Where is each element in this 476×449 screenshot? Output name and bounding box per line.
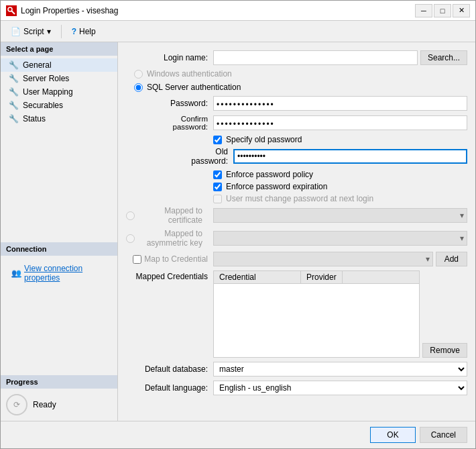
view-connection-link[interactable]: 👥 View connection properties: [6, 261, 112, 285]
mapped-cert-combo[interactable]: ▾: [213, 208, 467, 223]
enforce-policy-checkbox[interactable]: [213, 170, 222, 179]
specify-old-password-row: Specify old password: [126, 135, 467, 144]
cancel-button[interactable]: Cancel: [420, 427, 467, 443]
map-credential-checkbox[interactable]: [133, 255, 141, 264]
map-credential-row: Map to Credential ▾ Add: [126, 252, 467, 266]
enforce-expiration-checkbox[interactable]: [213, 183, 222, 191]
default-language-select[interactable]: English - us_english: [213, 381, 467, 395]
toolbar: 📄 Script ▾ ? Help: [1, 21, 475, 42]
select-page-header: Select a page: [1, 42, 117, 56]
user-must-change-label: User must change password at next login: [226, 194, 373, 203]
script-icon: 📄: [11, 27, 21, 36]
script-button[interactable]: 📄 Script ▾: [6, 24, 56, 39]
sidebar-item-securables[interactable]: 🔧 Securables: [1, 99, 117, 112]
connection-content: 👥 View connection properties: [1, 256, 117, 375]
status-icon: 🔧: [9, 114, 19, 123]
password-row: Password: ••••••••••••••: [126, 96, 467, 111]
minimize-button[interactable]: ─: [415, 4, 432, 17]
sidebar-item-securables-label: Securables: [23, 101, 63, 110]
app-icon: [6, 5, 17, 16]
mapped-cert-radio[interactable]: [126, 211, 135, 220]
map-credential-label: Map to Credential: [144, 254, 208, 264]
progress-spinner-icon: ⟳: [6, 394, 27, 415]
help-button[interactable]: ? Help: [67, 24, 101, 39]
sidebar-item-general[interactable]: 🔧 General: [1, 58, 117, 72]
confirm-password-display: ••••••••••••••: [213, 115, 467, 130]
confirm-password-label: Confirm password:: [153, 115, 213, 131]
credential-col-header: Credential: [214, 271, 301, 283]
mapped-asym-radio[interactable]: [126, 234, 135, 243]
old-password-row: Old password:: [126, 147, 467, 166]
content-area: Select a page 🔧 General 🔧 Server Roles 🔧…: [1, 42, 475, 421]
sidebar-item-user-mapping[interactable]: 🔧 User Mapping: [1, 85, 117, 99]
confirm-password-row: Confirm password: ••••••••••••••: [126, 115, 467, 131]
progress-content: ⟳ Ready: [1, 389, 117, 421]
windows-auth-radio[interactable]: [134, 70, 143, 79]
sidebar-item-general-label: General: [23, 60, 52, 70]
old-password-input[interactable]: [233, 149, 467, 164]
default-database-label: Default database:: [126, 364, 213, 374]
enforce-expiration-row: Enforce password expiration: [126, 182, 467, 191]
mapped-asym-row: Mapped to asymmetric key ▾: [126, 229, 467, 248]
svg-line-1: [11, 11, 15, 14]
remove-button[interactable]: Remove: [422, 343, 467, 358]
title-bar: Login Properties - viseshag ─ □ ✕: [1, 1, 475, 21]
sidebar-nav: 🔧 General 🔧 Server Roles 🔧 User Mapping …: [1, 56, 117, 128]
enforce-policy-label: Enforce password policy: [226, 170, 313, 179]
ok-button[interactable]: OK: [370, 427, 415, 443]
default-database-row: Default database: master: [126, 362, 467, 377]
help-label: Help: [79, 27, 96, 36]
maximize-button[interactable]: □: [434, 4, 451, 17]
title-buttons: ─ □ ✕: [415, 4, 470, 17]
user-mapping-icon: 🔧: [9, 87, 19, 97]
sidebar-item-status-label: Status: [23, 114, 46, 123]
windows-auth-label: Windows authentication: [147, 69, 232, 79]
sidebar: Select a page 🔧 General 🔧 Server Roles 🔧…: [1, 42, 118, 421]
sidebar-item-status[interactable]: 🔧 Status: [1, 112, 117, 126]
user-must-change-checkbox[interactable]: [213, 195, 222, 203]
connection-icon: 👥: [11, 268, 21, 278]
login-name-input[interactable]: [213, 50, 418, 65]
mapped-asym-label: Mapped to asymmetric key: [137, 229, 208, 248]
mapped-asym-combo[interactable]: ▾: [213, 231, 467, 246]
user-must-change-row: User must change password at next login: [126, 194, 467, 203]
mapped-cert-label: Mapped to certificate: [137, 206, 208, 225]
add-button[interactable]: Add: [436, 252, 467, 266]
login-name-label: Login name:: [126, 53, 213, 62]
window-title: Login Properties - viseshag: [21, 6, 118, 15]
default-database-select[interactable]: master: [213, 362, 467, 377]
sql-auth-label: SQL Server authentication: [147, 83, 241, 92]
bottom-buttons: OK Cancel: [1, 421, 475, 448]
old-password-label: Old password:: [180, 147, 233, 166]
sidebar-item-server-roles[interactable]: 🔧 Server Roles: [1, 72, 117, 85]
credential-table: Credential Provider: [213, 270, 420, 358]
progress-header: Progress: [1, 375, 117, 389]
search-button[interactable]: Search...: [420, 50, 467, 65]
provider-col-header: Provider: [301, 271, 343, 283]
windows-auth-row: Windows authentication: [126, 69, 467, 79]
server-roles-icon: 🔧: [9, 74, 19, 83]
general-icon: 🔧: [9, 60, 19, 70]
sql-auth-radio[interactable]: [134, 83, 143, 92]
connection-header: Connection: [1, 242, 117, 256]
sidebar-item-user-mapping-label: User Mapping: [23, 87, 73, 97]
enforce-policy-row: Enforce password policy: [126, 170, 467, 179]
password-label: Password:: [153, 99, 213, 108]
progress-status: Ready: [33, 400, 56, 409]
password-display: ••••••••••••••: [213, 96, 467, 111]
title-bar-left: Login Properties - viseshag: [6, 5, 118, 16]
specify-old-password-label: Specify old password: [226, 135, 302, 144]
script-label: Script: [23, 27, 44, 36]
enforce-expiration-label: Enforce password expiration: [226, 182, 327, 191]
login-name-row: Login name: Search...: [126, 50, 467, 65]
window: Login Properties - viseshag ─ □ ✕ 📄 Scri…: [0, 0, 476, 449]
specify-old-password-checkbox[interactable]: [213, 136, 222, 144]
mapped-credentials-area: Mapped Credentials Credential Provider R…: [126, 270, 467, 358]
close-button[interactable]: ✕: [453, 4, 470, 17]
toolbar-separator: [61, 25, 62, 38]
map-credential-combo[interactable]: ▾: [213, 252, 433, 266]
sql-auth-row: SQL Server authentication: [126, 83, 467, 92]
default-language-row: Default language: English - us_english: [126, 381, 467, 395]
main-panel: Login name: Search... Windows authentica…: [118, 42, 475, 421]
mapped-credentials-label: Mapped Credentials: [126, 270, 213, 281]
